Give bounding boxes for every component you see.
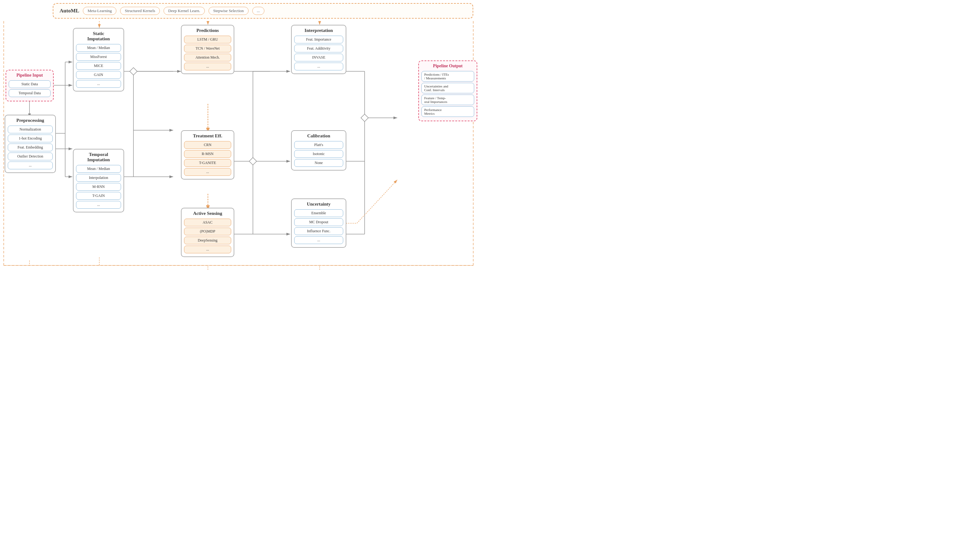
- invase-item: INVASE: [294, 54, 343, 61]
- automl-pill-4: ...: [252, 7, 265, 15]
- deepsensing-item: DeepSensing: [184, 237, 231, 245]
- svg-rect-43: [4, 265, 473, 266]
- ensemble-item: Ensemble: [294, 209, 343, 217]
- predictions-dots: ...: [184, 63, 231, 71]
- static-imputation-box: Static Imputation Mean / Median MissFore…: [73, 28, 124, 92]
- automl-label: AutoML: [60, 8, 79, 14]
- svg-marker-34: [361, 114, 368, 122]
- static-imp-dots: ...: [76, 80, 121, 88]
- automl-pill-2: Deep Kernel Learn.: [163, 7, 205, 15]
- predictions-box: Predictions LSTM / GRU TCN / WaveNet Att…: [181, 25, 234, 74]
- feat-additivity-item: Feat. Additivity: [294, 45, 343, 52]
- automl-pill-1: Structured Kernels: [120, 7, 160, 15]
- calibration-title: Calibration: [292, 131, 346, 140]
- asac-item: ASAC: [184, 219, 231, 226]
- pomdp-item: (PO)MDP: [184, 228, 231, 235]
- uncertainty-box: Uncertainty Ensemble MC Dropout Influenc…: [291, 198, 346, 248]
- outlier-item: Outlier Detection: [8, 153, 53, 160]
- output-predictions-item: Predictions / ITEs / Measurements: [421, 71, 474, 82]
- isotonic-item: Isotonic: [294, 150, 343, 158]
- crn-item: CRN: [184, 141, 231, 149]
- output-metrics-item: Performance Metrics: [421, 106, 474, 117]
- automl-pill-0: Meta-Learning: [83, 7, 116, 15]
- pipeline-input-box: Pipeline Input Static Data Temporal Data: [6, 70, 54, 101]
- influence-func-item: Influence Func.: [294, 227, 343, 235]
- missforest-item: MissForest: [76, 53, 121, 61]
- pipeline-output-box: Pipeline Output Predictions / ITEs / Mea…: [418, 61, 477, 121]
- predictions-title: Predictions: [182, 26, 234, 34]
- static-imp-title: Static Imputation: [74, 29, 124, 43]
- uncertainty-title: Uncertainty: [292, 199, 346, 208]
- active-sensing-dots: ...: [184, 246, 231, 253]
- mean-median-static: Mean / Median: [76, 44, 121, 52]
- platts-item: Platt's: [294, 141, 343, 149]
- automl-pill-3: Stepwise Selection: [208, 7, 249, 15]
- diagram: AutoML Meta-Learning Structured Kernels …: [0, 0, 481, 280]
- tcn-wavenet-item: TCN / WaveNet: [184, 45, 231, 52]
- attention-item: Attention Mech.: [184, 54, 231, 61]
- calibration-box: Calibration Platt's Isotonic None: [291, 130, 346, 171]
- preprocessing-title: Preprocessing: [5, 115, 55, 124]
- temporal-imputation-box: Temporal Imputation Mean / Median Interp…: [73, 149, 124, 212]
- gain-item: GAIN: [76, 71, 121, 79]
- temporal-imp-dots: ...: [76, 201, 121, 209]
- svg-marker-24: [249, 158, 257, 165]
- treatment-dots: ...: [184, 168, 231, 176]
- temporal-data-item: Temporal Data: [9, 89, 51, 97]
- active-sensing-title: Active Sensing: [182, 208, 234, 217]
- svg-line-48: [357, 180, 397, 223]
- mice-item: MICE: [76, 62, 121, 70]
- treatment-box: Treatment Eff. CRN R-MSN T-GANITE ...: [181, 130, 234, 180]
- static-data-item: Static Data: [9, 80, 51, 88]
- treatment-title: Treatment Eff.: [182, 131, 234, 140]
- lstm-gru-item: LSTM / GRU: [184, 35, 231, 43]
- mean-median-temporal: Mean / Median: [76, 165, 121, 173]
- output-features-item: Feature / Temp- oral Importances: [421, 95, 474, 105]
- rmsn-item: R-MSN: [184, 150, 231, 158]
- none-item: None: [294, 159, 343, 167]
- interpolation-item: Interpolation: [76, 174, 121, 182]
- automl-bar: AutoML Meta-Learning Structured Kernels …: [53, 3, 473, 19]
- normalization-item: Normalization: [8, 126, 53, 134]
- preprocessing-box: Preprocessing Normalization 1-hot Encodi…: [5, 115, 56, 173]
- feat-embedding-item: Feat. Embedding: [8, 143, 53, 151]
- output-uncertainties-item: Uncertainties and Conf. Intervals: [421, 83, 474, 93]
- svg-marker-17: [130, 68, 137, 75]
- pipeline-input-title: Pipeline Input: [6, 71, 53, 79]
- pipeline-output-title: Pipeline Output: [419, 61, 477, 70]
- uncertainty-dots: ...: [294, 236, 343, 244]
- feat-importance-item: Feat. Importance: [294, 35, 343, 43]
- interpretation-box: Interpretation Feat. Importance Feat. Ad…: [291, 25, 346, 74]
- mrnn-item: M-RNN: [76, 183, 121, 191]
- tganite-item: T-GANITE: [184, 159, 231, 167]
- active-sensing-box: Active Sensing ASAC (PO)MDP DeepSensing …: [181, 208, 234, 257]
- one-hot-item: 1-hot Encoding: [8, 135, 53, 142]
- mc-dropout-item: MC Dropout: [294, 218, 343, 226]
- temporal-imp-title: Temporal Imputation: [74, 150, 124, 164]
- interpretation-title: Interpretation: [292, 26, 346, 34]
- tgain-item: T-GAIN: [76, 192, 121, 200]
- preproc-dots-item: ...: [8, 161, 53, 169]
- interpretation-dots: ...: [294, 63, 343, 71]
